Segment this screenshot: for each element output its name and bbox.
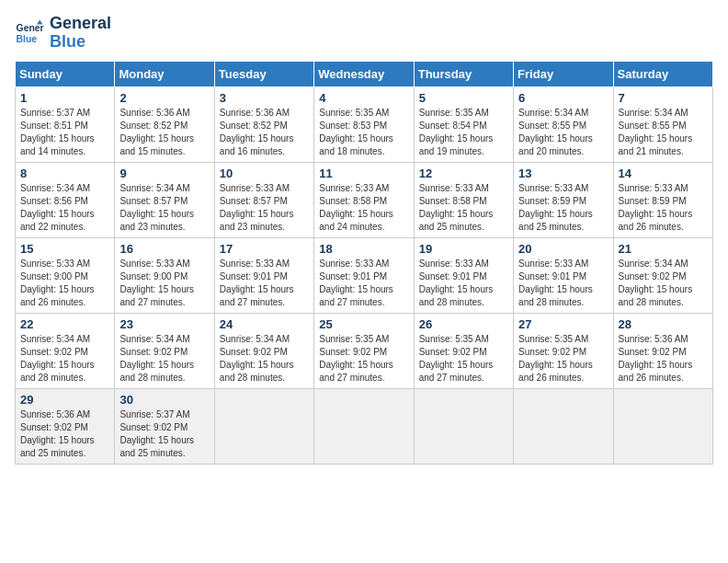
day-number: 28 [619, 317, 708, 331]
day-info: Sunrise: 5:34 AMSunset: 8:55 PMDaylight:… [619, 108, 693, 156]
day-info: Sunrise: 5:33 AMSunset: 8:57 PMDaylight:… [220, 183, 294, 232]
calendar-week-row: 8Sunrise: 5:34 AMSunset: 8:56 PMDaylight… [16, 162, 713, 237]
calendar-cell [514, 388, 613, 464]
calendar-cell: 30Sunrise: 5:37 AMSunset: 9:02 PMDayligh… [115, 388, 214, 464]
calendar-cell: 8Sunrise: 5:34 AMSunset: 8:56 PMDaylight… [16, 162, 115, 237]
day-info: Sunrise: 5:35 AMSunset: 8:53 PMDaylight:… [319, 108, 393, 156]
day-number: 2 [119, 91, 209, 105]
day-number: 9 [119, 167, 209, 180]
day-number: 3 [220, 91, 309, 105]
weekday-header-monday: Monday [115, 61, 214, 86]
day-info: Sunrise: 5:33 AMSunset: 9:00 PMDaylight:… [119, 259, 194, 307]
day-info: Sunrise: 5:34 AMSunset: 8:57 PMDaylight:… [119, 183, 194, 232]
calendar-cell: 27Sunrise: 5:35 AMSunset: 9:02 PMDayligh… [514, 313, 613, 388]
calendar-cell: 28Sunrise: 5:36 AMSunset: 9:02 PMDayligh… [613, 313, 712, 388]
day-info: Sunrise: 5:33 AMSunset: 8:58 PMDaylight:… [419, 183, 494, 232]
day-number: 26 [419, 317, 508, 331]
calendar-cell: 3Sunrise: 5:36 AMSunset: 8:52 PMDaylight… [214, 86, 313, 162]
calendar-cell: 4Sunrise: 5:35 AMSunset: 8:53 PMDaylight… [314, 86, 414, 162]
day-info: Sunrise: 5:33 AMSunset: 8:59 PMDaylight:… [518, 183, 593, 232]
calendar-cell: 9Sunrise: 5:34 AMSunset: 8:57 PMDaylight… [115, 162, 214, 237]
day-info: Sunrise: 5:34 AMSunset: 8:56 PMDaylight:… [20, 183, 95, 232]
day-number: 8 [20, 167, 109, 180]
day-info: Sunrise: 5:33 AMSunset: 9:00 PMDaylight:… [20, 259, 95, 307]
calendar-cell [613, 388, 712, 464]
weekday-header-thursday: Thursday [414, 61, 513, 86]
calendar-cell: 22Sunrise: 5:34 AMSunset: 9:02 PMDayligh… [16, 313, 115, 388]
day-number: 1 [20, 91, 109, 105]
day-number: 11 [319, 167, 408, 180]
day-number: 10 [220, 167, 309, 180]
calendar-table: SundayMondayTuesdayWednesdayThursdayFrid… [15, 61, 713, 465]
day-info: Sunrise: 5:34 AMSunset: 9:02 PMDaylight:… [20, 334, 95, 383]
calendar-cell: 18Sunrise: 5:33 AMSunset: 9:01 PMDayligh… [314, 237, 414, 313]
calendar-cell: 17Sunrise: 5:33 AMSunset: 9:01 PMDayligh… [214, 237, 313, 313]
day-number: 27 [518, 317, 608, 331]
calendar-cell: 16Sunrise: 5:33 AMSunset: 9:00 PMDayligh… [115, 237, 214, 313]
day-number: 15 [20, 242, 109, 256]
calendar-cell: 26Sunrise: 5:35 AMSunset: 9:02 PMDayligh… [414, 313, 513, 388]
day-info: Sunrise: 5:34 AMSunset: 9:02 PMDaylight:… [619, 259, 693, 307]
calendar-cell: 10Sunrise: 5:33 AMSunset: 8:57 PMDayligh… [214, 162, 313, 237]
day-number: 17 [220, 242, 309, 256]
day-info: Sunrise: 5:35 AMSunset: 9:02 PMDaylight:… [319, 334, 393, 383]
day-number: 4 [319, 91, 408, 105]
day-info: Sunrise: 5:36 AMSunset: 9:02 PMDaylight:… [20, 409, 95, 458]
calendar-cell: 1Sunrise: 5:37 AMSunset: 8:51 PMDaylight… [16, 86, 115, 162]
svg-text:General: General [17, 23, 44, 33]
calendar-cell: 7Sunrise: 5:34 AMSunset: 8:55 PMDaylight… [613, 86, 712, 162]
weekday-header-row: SundayMondayTuesdayWednesdayThursdayFrid… [16, 61, 713, 86]
day-number: 16 [119, 242, 209, 256]
calendar-week-row: 1Sunrise: 5:37 AMSunset: 8:51 PMDaylight… [16, 86, 713, 162]
calendar-cell: 29Sunrise: 5:36 AMSunset: 9:02 PMDayligh… [16, 388, 115, 464]
day-info: Sunrise: 5:35 AMSunset: 8:54 PMDaylight:… [419, 108, 494, 156]
day-info: Sunrise: 5:33 AMSunset: 9:01 PMDaylight:… [220, 259, 294, 307]
calendar-cell: 25Sunrise: 5:35 AMSunset: 9:02 PMDayligh… [314, 313, 414, 388]
day-info: Sunrise: 5:33 AMSunset: 8:59 PMDaylight:… [619, 183, 693, 232]
logo: General Blue General Blue [15, 15, 111, 52]
day-info: Sunrise: 5:33 AMSunset: 9:01 PMDaylight:… [419, 259, 494, 307]
calendar-cell: 14Sunrise: 5:33 AMSunset: 8:59 PMDayligh… [613, 162, 712, 237]
calendar-cell: 24Sunrise: 5:34 AMSunset: 9:02 PMDayligh… [214, 313, 313, 388]
day-info: Sunrise: 5:35 AMSunset: 9:02 PMDaylight:… [419, 334, 494, 383]
calendar-cell: 20Sunrise: 5:33 AMSunset: 9:01 PMDayligh… [514, 237, 613, 313]
svg-marker-2 [37, 19, 42, 24]
day-number: 22 [20, 317, 109, 331]
weekday-header-friday: Friday [514, 61, 613, 86]
calendar-cell [314, 388, 414, 464]
logo-icon: General Blue [15, 18, 44, 48]
day-info: Sunrise: 5:33 AMSunset: 9:01 PMDaylight:… [319, 259, 393, 307]
day-info: Sunrise: 5:33 AMSunset: 8:58 PMDaylight:… [319, 183, 393, 232]
calendar-cell [414, 388, 513, 464]
calendar-cell: 13Sunrise: 5:33 AMSunset: 8:59 PMDayligh… [514, 162, 613, 237]
calendar-cell: 5Sunrise: 5:35 AMSunset: 8:54 PMDaylight… [414, 86, 513, 162]
day-info: Sunrise: 5:34 AMSunset: 8:55 PMDaylight:… [518, 108, 593, 156]
calendar-cell: 11Sunrise: 5:33 AMSunset: 8:58 PMDayligh… [314, 162, 414, 237]
day-number: 19 [419, 242, 508, 256]
day-info: Sunrise: 5:33 AMSunset: 9:01 PMDaylight:… [518, 259, 593, 307]
day-number: 29 [20, 393, 109, 407]
calendar-cell: 19Sunrise: 5:33 AMSunset: 9:01 PMDayligh… [414, 237, 513, 313]
weekday-header-saturday: Saturday [613, 61, 712, 86]
weekday-header-wednesday: Wednesday [314, 61, 414, 86]
calendar-cell [214, 388, 313, 464]
day-number: 7 [619, 91, 708, 105]
day-number: 14 [619, 167, 708, 180]
svg-text:Blue: Blue [17, 33, 38, 43]
day-number: 24 [220, 317, 309, 331]
day-info: Sunrise: 5:36 AMSunset: 9:02 PMDaylight:… [619, 334, 693, 383]
calendar-cell: 21Sunrise: 5:34 AMSunset: 9:02 PMDayligh… [613, 237, 712, 313]
calendar-cell: 2Sunrise: 5:36 AMSunset: 8:52 PMDaylight… [115, 86, 214, 162]
header: General Blue General Blue [15, 15, 713, 52]
calendar-cell: 6Sunrise: 5:34 AMSunset: 8:55 PMDaylight… [514, 86, 613, 162]
calendar-cell: 12Sunrise: 5:33 AMSunset: 8:58 PMDayligh… [414, 162, 513, 237]
calendar-cell: 23Sunrise: 5:34 AMSunset: 9:02 PMDayligh… [115, 313, 214, 388]
weekday-header-sunday: Sunday [16, 61, 115, 86]
calendar-week-row: 22Sunrise: 5:34 AMSunset: 9:02 PMDayligh… [16, 313, 713, 388]
day-number: 13 [518, 167, 608, 180]
day-info: Sunrise: 5:36 AMSunset: 8:52 PMDaylight:… [220, 108, 294, 156]
day-number: 5 [419, 91, 508, 105]
day-info: Sunrise: 5:37 AMSunset: 9:02 PMDaylight:… [119, 409, 194, 458]
weekday-header-tuesday: Tuesday [214, 61, 313, 86]
day-number: 20 [518, 242, 608, 256]
